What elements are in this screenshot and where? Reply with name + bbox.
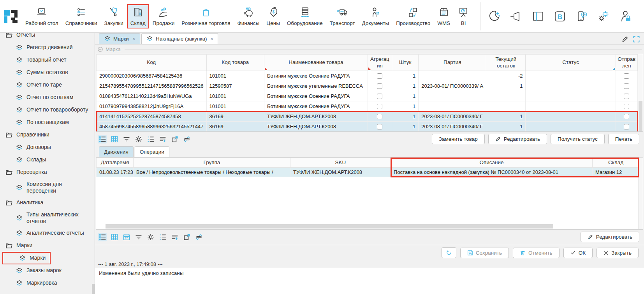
dark-mode-moon-icon[interactable] (487, 9, 501, 23)
settings-gears-icon[interactable] (596, 9, 611, 23)
sent-checkbox[interactable] (624, 104, 629, 109)
col-batch[interactable]: Партия (419, 55, 486, 71)
nav-warehouse[interactable]: Склад (127, 4, 149, 28)
col-aggregation[interactable]: Агрегация (368, 55, 392, 71)
table-row[interactable]: 2154789554789955121471565887996562526 12… (97, 81, 638, 91)
col-code[interactable]: Код (97, 55, 207, 71)
aggregation-checkbox[interactable] (377, 114, 382, 119)
sidebar-scrollbar[interactable] (92, 33, 95, 294)
table-view-icon[interactable] (110, 233, 119, 241)
col-description[interactable]: Описание (391, 158, 593, 168)
sidebar-folder-directories[interactable]: Справочники (0, 129, 95, 141)
filter-icon[interactable] (122, 135, 131, 143)
export-icon[interactable] (183, 233, 191, 241)
sidebar-item-revaluation-commissions[interactable]: Комиссии для переоценки (0, 179, 95, 197)
sent-checkbox[interactable] (624, 124, 629, 129)
table-row[interactable]: 0107909799438588212jJhU9grFj16A 101001 Б… (97, 101, 638, 112)
sidebar-folder-marks[interactable]: Марки (0, 239, 95, 252)
export-icon[interactable] (171, 135, 179, 143)
sidebar-item-marking[interactable]: Маркировка (0, 277, 95, 289)
refresh-button[interactable] (442, 247, 456, 258)
nav-prices[interactable]: $ Цены (263, 4, 283, 28)
list-view-icon[interactable] (98, 135, 107, 143)
aggregation-checkbox[interactable] (377, 73, 382, 79)
numbered-list-icon[interactable] (146, 135, 155, 143)
aggregation-checkbox[interactable] (377, 104, 382, 109)
nav-purchases[interactable]: Закупки (101, 4, 127, 28)
sidebar-item-turnover-report[interactable]: Отчет по товарообороту (0, 104, 95, 116)
gear-icon[interactable] (134, 135, 143, 143)
nav-directories[interactable]: Справочники (62, 4, 101, 28)
get-status-button[interactable]: Получить статус (551, 134, 605, 144)
nav-retail[interactable]: Розничная торговля (178, 4, 234, 28)
sidebar-folder-revaluation[interactable]: Переоценка (0, 166, 95, 179)
nav-sales[interactable]: Продажи (149, 4, 178, 28)
col-product-code[interactable]: Код товара (206, 55, 264, 71)
nav-production[interactable]: Производство (392, 4, 434, 28)
sidebar-folder-reports[interactable]: Отчеты (0, 33, 95, 41)
save-button[interactable]: Сохранить (460, 248, 509, 258)
horizontal-scrollbar[interactable] (106, 224, 553, 228)
ok-button[interactable]: ОК (563, 248, 593, 258)
sidebar-item-marks[interactable]: Марки (2, 252, 51, 264)
cancel-button[interactable]: Отменить (513, 248, 560, 258)
sent-checkbox[interactable] (624, 114, 629, 119)
bold-b-icon[interactable]: B (553, 9, 567, 23)
aggregation-checkbox[interactable] (377, 124, 382, 129)
numbered-list-icon[interactable] (158, 233, 167, 241)
col-sku[interactable]: SKU (290, 158, 391, 168)
col-warehouse[interactable]: Склад (593, 158, 639, 168)
aggregation-checkbox[interactable] (377, 94, 382, 99)
user-lock-icon[interactable] (618, 9, 632, 23)
sidebar-item-contracts[interactable]: Договоры (0, 141, 95, 154)
close-icon[interactable]: × (132, 36, 135, 42)
table-row-selected[interactable]: 41414141525252528745874587458 36169 ТУФЛ… (97, 112, 638, 122)
split-panel-icon[interactable] (531, 9, 545, 23)
col-status[interactable]: Статус (526, 55, 616, 71)
col-product-name[interactable]: Наименование товара (264, 55, 368, 71)
nav-documents[interactable]: Документы (359, 4, 393, 28)
nav-bi[interactable]: BI (454, 4, 473, 28)
sidebar-item-analytic-reports[interactable]: Аналитические отчеты (0, 227, 95, 239)
nav-desktop[interactable]: Рабочий стол (22, 4, 62, 28)
phone-chat-icon[interactable] (575, 9, 589, 23)
col-qty[interactable]: Штук (392, 55, 418, 71)
aggregation-checkbox[interactable] (377, 83, 382, 89)
nav-equipment[interactable]: Оборудование (283, 4, 326, 28)
edit-pencil-icon[interactable] (621, 35, 629, 43)
gear-icon[interactable] (146, 233, 155, 241)
megaphone-icon[interactable] (509, 9, 523, 23)
tab-movements[interactable]: Движения (99, 146, 134, 157)
table-row-selected[interactable]: 4587456987455896588996325632145521447 36… (97, 122, 638, 132)
table-row-selected[interactable]: 01.08.23 17:23 Все / Непродовольственные… (97, 168, 639, 177)
vertical-scrollbar[interactable] (638, 54, 643, 131)
sidebar-item-balances-report[interactable]: Отчет по остаткам (0, 91, 95, 104)
sidebar-item-by-suppliers[interactable]: По поставщикам (0, 116, 95, 129)
sidebar-item-analytic-report-types[interactable]: Типы аналитических отчетов (0, 209, 95, 227)
add-row-icon[interactable] (171, 233, 179, 241)
print-button[interactable]: Печать (608, 134, 639, 144)
tab-marks[interactable]: Марки × (99, 33, 140, 44)
sidebar-item-goods-report[interactable]: Товарный отчет (0, 54, 95, 66)
replace-product-button[interactable]: Заменить товар (432, 134, 485, 144)
nav-finance[interactable]: Финансы (234, 4, 263, 28)
edit-button[interactable]: Редактировать (488, 134, 547, 144)
close-button[interactable]: Закрыть (596, 248, 639, 258)
reload-icon[interactable] (183, 135, 191, 143)
expand-fullscreen-icon[interactable] (633, 35, 640, 43)
sent-checkbox[interactable] (624, 83, 629, 89)
calendar-icon[interactable] (122, 233, 131, 241)
table-view-icon[interactable] (110, 135, 119, 143)
sidebar-item-tare-report[interactable]: Отчет по таре (0, 79, 95, 91)
col-sent[interactable]: Отправлен (616, 55, 637, 71)
sent-checkbox[interactable] (624, 94, 629, 99)
nav-transport[interactable]: Транспорт (326, 4, 359, 28)
sidebar-item-register-movements[interactable]: Регистр движений (0, 41, 95, 54)
nav-wms[interactable]: WMS (434, 4, 454, 28)
tab-invoices-purchase[interactable]: Накладные (закупка) × (141, 33, 218, 44)
sidebar-item-warehouses[interactable]: Склады (0, 154, 95, 166)
col-current-balance[interactable]: Текущий остаток (486, 55, 526, 71)
sidebar-item-mark-orders[interactable]: Заказы марок (0, 264, 95, 277)
col-group[interactable]: Группа (134, 158, 290, 168)
sent-checkbox[interactable] (624, 73, 629, 79)
